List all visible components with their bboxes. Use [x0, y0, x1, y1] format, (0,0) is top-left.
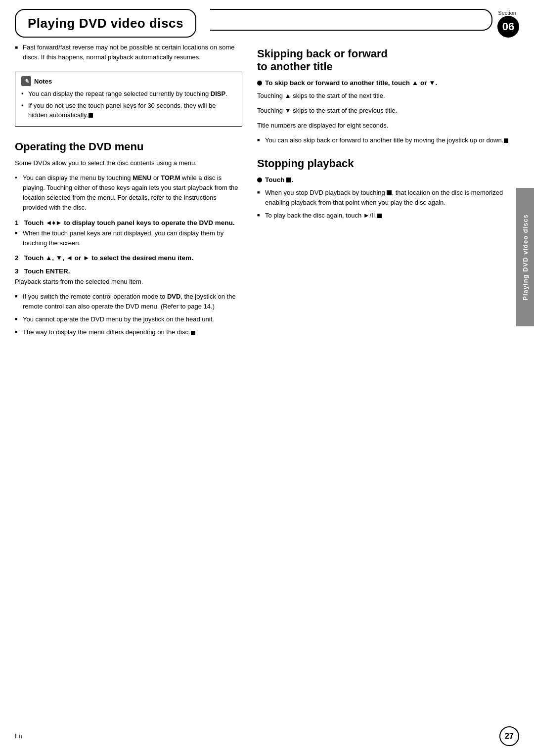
notes-list: You can display the repeat range selecte… [21, 89, 236, 120]
skipping-section: Skipping back or forwardto another title… [257, 47, 519, 145]
stopping-square-bullet2: To play back the disc again, touch ►/II. [257, 211, 519, 221]
notes-icon: ✎ [21, 76, 31, 86]
side-tab-text: Playing DVD video discs [522, 214, 529, 301]
stopping-circle-text: Touch . [265, 176, 293, 185]
operating-bullet: You can display the menu by touching MEN… [15, 173, 242, 213]
step3-bullet1: If you switch the remote control operati… [15, 292, 242, 311]
footer: En 27 [0, 726, 534, 746]
notes-item-2: If you do not use the touch panel keys f… [21, 101, 236, 120]
operating-intro: Some DVDs allow you to select the disc c… [15, 158, 242, 168]
step3-bullet2: You cannot operate the DVD menu by the j… [15, 314, 242, 324]
footer-page-number: 27 [499, 726, 519, 746]
step1-text: When the touch panel keys are not displa… [15, 228, 242, 248]
footer-lang: En [15, 733, 22, 740]
operating-heading: Operating the DVD menu [15, 140, 242, 153]
skipping-square-bullet: You can also skip back or forward to ano… [257, 135, 519, 145]
skipping-text3: Title numbers are displayed for eight se… [257, 121, 519, 131]
operating-bullets: You can display the menu by touching MEN… [15, 173, 242, 213]
right-column: Skipping back or forwardto another title… [257, 43, 519, 341]
side-tab: Playing DVD video discs [516, 188, 534, 326]
circle-dot-icon [257, 81, 262, 86]
step3-heading: 3 Touch ENTER. [15, 267, 242, 275]
stopping-heading: Stopping playback [257, 157, 519, 170]
content: Fast forward/fast reverse may not be pos… [0, 43, 534, 341]
left-column: Fast forward/fast reverse may not be pos… [15, 43, 242, 341]
stopping-circle-bullet: Touch . [257, 176, 519, 185]
notes-item-1: You can display the repeat range selecte… [21, 89, 236, 99]
page: Playing DVD video discs Section 06 Fast … [0, 0, 534, 756]
page-title: Playing DVD video discs [28, 16, 183, 31]
section-label: Section [498, 10, 516, 16]
step3-text1: Playback starts from the selected menu i… [15, 277, 242, 287]
top-notes: Fast forward/fast reverse may not be pos… [15, 43, 242, 62]
step2-heading: 2 Touch ▲, ▼, ◄ or ► to select the desir… [15, 254, 242, 262]
skipping-circle-bullet: To skip back or forward to another title… [257, 79, 519, 88]
header-title-box: Playing DVD video discs [15, 9, 196, 38]
circle-dot-stop-icon [257, 178, 262, 182]
notes-box: ✎ Notes You can display the repeat range… [15, 72, 242, 127]
stopping-section: Stopping playback Touch . When you stop … [257, 157, 519, 221]
notes-header: ✎ Notes [21, 76, 236, 86]
top-bullet-text: Fast forward/fast reverse may not be pos… [15, 43, 242, 62]
skipping-text2: Touching ▼ skips to the start of the pre… [257, 106, 519, 116]
section-number: 06 [497, 16, 519, 38]
header: Playing DVD video discs Section 06 [0, 0, 534, 38]
skipping-heading: Skipping back or forwardto another title [257, 47, 519, 74]
notes-label: Notes [34, 78, 52, 85]
skipping-circle-text: To skip back or forward to another title… [265, 79, 437, 88]
stopping-square-bullet1: When you stop DVD playback by touching ,… [257, 188, 519, 208]
step3-bullet3: The way to display the menu differs depe… [15, 327, 242, 337]
step1-heading: 1 Touch ◄♦► to display touch panel keys … [15, 219, 242, 226]
skipping-text1: Touching ▲ skips to the start of the nex… [257, 91, 519, 101]
